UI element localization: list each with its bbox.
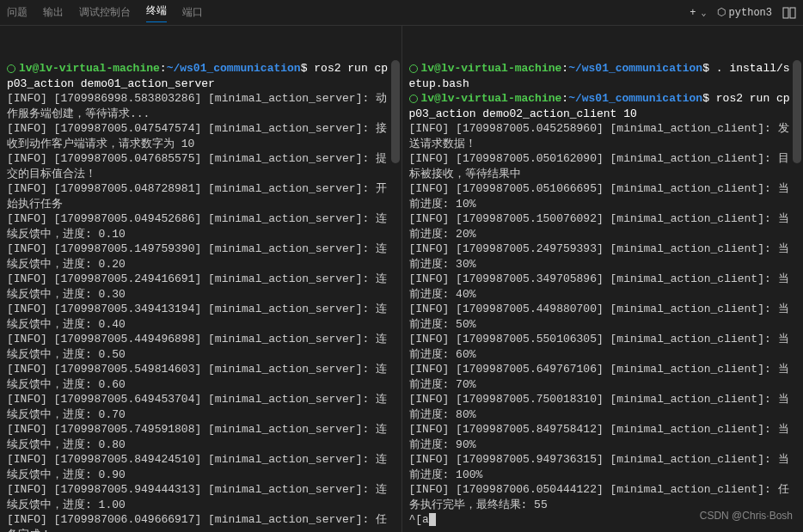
terminal-split-container: lv@lv-virtual-machine:~/ws01_communicati… [0,26,803,532]
log-line: [INFO] [1709987005.949736315] [minimal_a… [409,453,789,481]
log-line: [INFO] [1709987005.449496898] [minimal_a… [7,333,387,361]
log-line: [INFO] [1709987005.047685575] [minimal_a… [7,152,387,180]
prompt-user: lv@lv-virtual-machine [19,62,160,75]
terminal-pane-right[interactable]: lv@lv-virtual-machine:~/ws01_communicati… [402,26,804,532]
kernel-selector[interactable]: ⬡ python3 [717,6,772,19]
log-line: [INFO] [1709987005.849758412] [minimal_a… [409,423,789,451]
log-line: [INFO] [1709987005.550106305] [minimal_a… [409,333,789,361]
tab-ports[interactable]: 端口 [182,5,203,20]
log-line: [INFO] [1709987005.150076092] [minimal_a… [409,212,789,241]
prompt-path: ~/ws01_communication [167,62,301,75]
new-terminal-button[interactable]: + ⌄ [690,7,706,19]
plus-icon: + [690,7,696,19]
log-line: [INFO] [1709987005.049452686] [minimal_a… [7,212,387,241]
log-line: [INFO] [1709987005.051066695] [minimal_a… [409,182,789,211]
prompt-path: ~/ws01_communication [568,92,702,105]
watermark: CSDN @Chris·Bosh [700,510,793,522]
trailing-input: ^[a [409,513,429,526]
prompt-end: $ [702,92,709,105]
circle-icon [409,64,418,73]
kernel-label: python3 [729,7,772,19]
circle-icon [409,95,418,103]
tab-debug-console[interactable]: 调试控制台 [79,5,131,20]
log-line: [INFO] [1709987005.649767106] [minimal_a… [409,363,789,391]
cursor-icon [429,513,436,526]
scrollbar-right[interactable] [793,60,801,163]
log-line: [INFO] [1709987005.249416691] [minimal_a… [7,272,387,301]
log-line: [INFO] [1709987006.050444122] [minimal_a… [409,483,789,511]
log-line: [INFO] [1709987005.349705896] [minimal_a… [409,272,789,301]
log-line: [INFO] [1709987005.050162090] [minimal_a… [409,152,789,180]
prompt-sep: : [561,92,568,105]
panel-tab-bar: 问题 输出 调试控制台 终端 端口 + ⌄ ⬡ python3 [0,0,803,26]
prompt-user: lv@lv-virtual-machine [421,92,562,105]
split-terminal-button[interactable] [782,6,796,20]
terminal-pane-left[interactable]: lv@lv-virtual-machine:~/ws01_communicati… [0,26,402,532]
log-line: [INFO] [1709987005.549814603] [minimal_a… [7,363,387,391]
tab-problems[interactable]: 问题 [7,5,28,20]
circle-icon [7,64,15,73]
log-line: [INFO] [1709987005.149759390] [minimal_a… [7,242,387,271]
prompt-path: ~/ws01_communication [568,62,702,75]
log-line: [INFO] [1709987005.045258960] [minimal_a… [409,122,789,150]
log-line: [INFO] [1709986998.583803286] [minimal_a… [7,92,387,120]
prompt-end: $ [301,62,308,75]
log-line: [INFO] [1709987005.749591808] [minimal_a… [7,423,387,451]
terminal-content-right: lv@lv-virtual-machine:~/ws01_communicati… [409,61,797,528]
log-line: [INFO] [1709987005.750018310] [minimal_a… [409,393,789,421]
tabs-container: 问题 输出 调试控制台 终端 端口 [7,3,203,22]
log-line: [INFO] [1709987005.047547574] [minimal_a… [7,122,387,150]
chevron-down-icon: ⌄ [702,8,707,18]
log-line: [INFO] [1709987005.649453704] [minimal_a… [7,393,387,421]
prompt-end: $ [702,62,709,75]
tab-output[interactable]: 输出 [43,5,64,20]
log-line: [INFO] [1709987005.849424510] [minimal_a… [7,453,387,481]
log-line: [INFO] [1709987006.049666917] [minimal_a… [7,513,387,532]
prompt-sep: : [160,62,167,75]
prompt-user: lv@lv-virtual-machine [421,62,562,75]
log-line: [INFO] [1709987005.349413194] [minimal_a… [7,303,387,331]
prompt-sep: : [561,62,568,75]
log-line: [INFO] [1709987005.048728981] [minimal_a… [7,182,387,211]
toolbar-right: + ⌄ ⬡ python3 [690,6,796,20]
terminal-content-left: lv@lv-virtual-machine:~/ws01_communicati… [7,61,395,532]
log-line: [INFO] [1709987005.249759393] [minimal_a… [409,242,789,271]
hexagon-icon: ⬡ [717,6,726,19]
log-line: [INFO] [1709987005.449880700] [minimal_a… [409,303,789,331]
svg-rect-0 [783,8,788,18]
tab-terminal[interactable]: 终端 [146,3,167,22]
log-line: [INFO] [1709987005.949444313] [minimal_a… [7,483,387,511]
svg-rect-1 [790,8,795,18]
split-icon [782,6,796,20]
scrollbar-left[interactable] [391,60,400,163]
